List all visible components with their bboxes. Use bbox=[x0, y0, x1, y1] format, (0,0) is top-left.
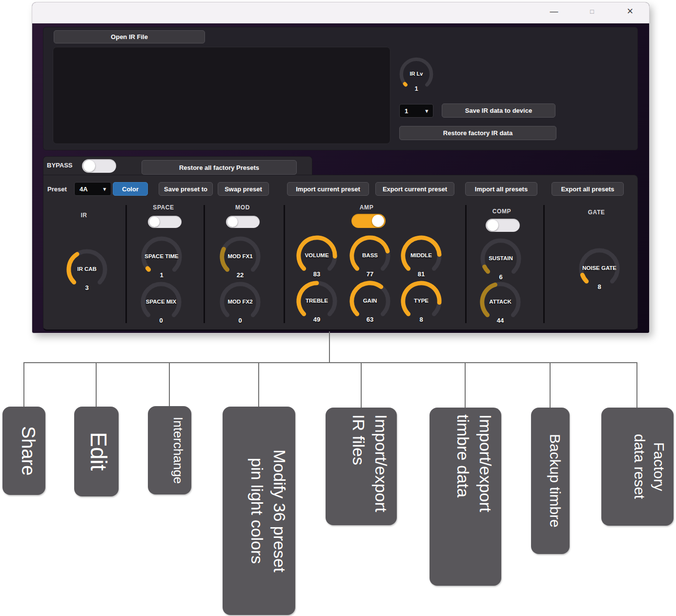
comp-toggle[interactable] bbox=[486, 219, 520, 232]
restore-factory-ir-button[interactable]: Restore factory IR data bbox=[399, 126, 556, 140]
ir-cab-knob[interactable]: IR CAB3 bbox=[64, 247, 109, 292]
knob-label: BASS bbox=[362, 252, 378, 258]
preset-select[interactable]: 4A ▾ bbox=[74, 182, 111, 196]
export-current-preset-button[interactable]: Export current preset bbox=[375, 182, 454, 196]
knob-value: 8 bbox=[597, 283, 601, 290]
knob-value: 1 bbox=[414, 85, 418, 92]
section-title-gate: GATE bbox=[588, 209, 605, 216]
callout-edit: Edit bbox=[74, 407, 119, 496]
callout-backup-timbre: Backup timbre bbox=[531, 408, 570, 554]
mod-fx1-knob[interactable]: MOD FX122 bbox=[218, 234, 263, 279]
connector-drop bbox=[361, 362, 362, 408]
connector-drop bbox=[465, 362, 466, 408]
screenshot-root: — □ × Open IR File IR Lv1 1 ▾ Save IR da… bbox=[0, 0, 676, 616]
section-title-amp: AMP bbox=[360, 204, 373, 211]
treble-knob[interactable]: TREBLE49 bbox=[294, 279, 339, 324]
import-current-preset-button[interactable]: Import current preset bbox=[287, 182, 369, 196]
ir-slot-value: 1 bbox=[405, 107, 408, 115]
knob-value: 44 bbox=[497, 317, 504, 324]
maximize-icon[interactable]: □ bbox=[584, 6, 600, 17]
connector-drop bbox=[96, 362, 97, 407]
knob-label: NOISE GATE bbox=[582, 265, 616, 271]
toggle-thumb bbox=[487, 220, 498, 231]
save-ir-data-button[interactable]: Save IR data to device bbox=[442, 103, 555, 118]
middle-knob[interactable]: MIDDLE81 bbox=[399, 233, 444, 278]
space-toggle[interactable] bbox=[148, 216, 182, 228]
chevron-down-icon: ▾ bbox=[103, 186, 106, 192]
connector-stem bbox=[329, 331, 330, 363]
mod-toggle[interactable] bbox=[226, 216, 260, 228]
knob-value: 22 bbox=[237, 271, 244, 279]
connector-horizontal bbox=[23, 362, 637, 363]
knob-value: 63 bbox=[367, 316, 373, 323]
callout-factory-reset: Factory data reset bbox=[601, 408, 674, 526]
color-button[interactable]: Color bbox=[113, 182, 148, 196]
section-divider bbox=[204, 205, 205, 323]
knob-label: TYPE bbox=[414, 298, 429, 304]
section-divider bbox=[465, 205, 467, 323]
swap-preset-button[interactable]: Swap preset bbox=[218, 182, 269, 196]
ir-slot-select[interactable]: 1 ▾ bbox=[399, 104, 433, 118]
knob-value: 8 bbox=[419, 316, 423, 323]
open-ir-file-button[interactable]: Open IR File bbox=[54, 30, 205, 43]
volume-knob[interactable]: VOLUME83 bbox=[294, 233, 339, 278]
preset-value: 4A bbox=[80, 185, 88, 193]
knob-label: MOD FX2 bbox=[227, 299, 252, 305]
amp-toggle[interactable] bbox=[351, 214, 386, 228]
connector-drop bbox=[550, 362, 551, 408]
bypass-toggle[interactable] bbox=[82, 159, 116, 173]
callout-share: Share bbox=[2, 407, 45, 495]
noise-gate-knob[interactable]: NOISE GATE8 bbox=[577, 246, 622, 291]
export-all-presets-button[interactable]: Export all presets bbox=[552, 182, 624, 196]
toggle-thumb bbox=[83, 160, 95, 172]
knob-value: 0 bbox=[238, 317, 242, 324]
toggle-thumb bbox=[372, 215, 384, 227]
toggle-thumb bbox=[149, 217, 160, 227]
mod-fx2-knob[interactable]: MOD FX20 bbox=[218, 280, 263, 325]
knob-label: IR CAB bbox=[77, 266, 97, 272]
restore-all-presets-button[interactable]: Restore all factory Presets bbox=[142, 160, 297, 175]
ir-waveform-display bbox=[53, 47, 390, 144]
preset-panel bbox=[43, 175, 638, 331]
sustain-knob[interactable]: SUSTAIN6 bbox=[478, 236, 523, 281]
callout-import-export-timbre: Import/export timbre data bbox=[430, 408, 501, 586]
knob-value: 1 bbox=[160, 271, 163, 279]
space-mix-knob[interactable]: SPACE MIX0 bbox=[139, 280, 184, 325]
knob-label: TREBLE bbox=[306, 298, 328, 304]
callout-interchange: Interchange bbox=[148, 406, 191, 494]
section-title-space: SPACE bbox=[153, 204, 174, 211]
minimize-icon[interactable]: — bbox=[546, 6, 562, 17]
connector-drop bbox=[636, 362, 637, 408]
preset-label: Preset bbox=[47, 185, 67, 193]
knob-label: SUSTAIN bbox=[489, 255, 513, 261]
section-title-ir: IR bbox=[81, 212, 87, 219]
type-knob[interactable]: TYPE8 bbox=[399, 279, 444, 324]
knob-label: MIDDLE bbox=[410, 252, 432, 258]
knob-value: 0 bbox=[159, 317, 163, 324]
chevron-down-icon: ▾ bbox=[425, 108, 428, 114]
knob-label: SPACE MIX bbox=[146, 299, 176, 305]
connector-drop bbox=[23, 362, 24, 407]
knob-label: MOD FX1 bbox=[227, 253, 252, 259]
section-divider bbox=[125, 205, 127, 323]
attack-knob[interactable]: ATTACK44 bbox=[478, 280, 523, 325]
space-time-knob[interactable]: SPACE TIME1 bbox=[139, 234, 184, 279]
knob-label: VOLUME bbox=[305, 252, 328, 258]
section-divider bbox=[543, 205, 545, 323]
close-icon[interactable]: × bbox=[622, 6, 638, 17]
ir-level-knob[interactable]: IR Lv1 bbox=[398, 56, 435, 93]
knob-value: 49 bbox=[313, 316, 320, 323]
knob-label: IR Lv bbox=[410, 71, 423, 77]
callout-import-export-ir: Import/export IR files bbox=[326, 408, 397, 525]
import-all-presets-button[interactable]: Import all presets bbox=[465, 182, 537, 196]
bass-knob[interactable]: BASS77 bbox=[348, 233, 392, 278]
bypass-label: BYPASS bbox=[47, 162, 73, 169]
section-divider bbox=[284, 205, 285, 323]
knob-label: ATTACK bbox=[489, 299, 512, 305]
toggle-thumb bbox=[227, 217, 238, 227]
save-preset-to-button[interactable]: Save preset to bbox=[159, 182, 213, 196]
section-title-mod: MOD bbox=[235, 204, 250, 211]
knob-value: 83 bbox=[313, 270, 320, 278]
gain-knob[interactable]: GAIN63 bbox=[348, 279, 392, 324]
knob-value: 3 bbox=[85, 284, 88, 291]
